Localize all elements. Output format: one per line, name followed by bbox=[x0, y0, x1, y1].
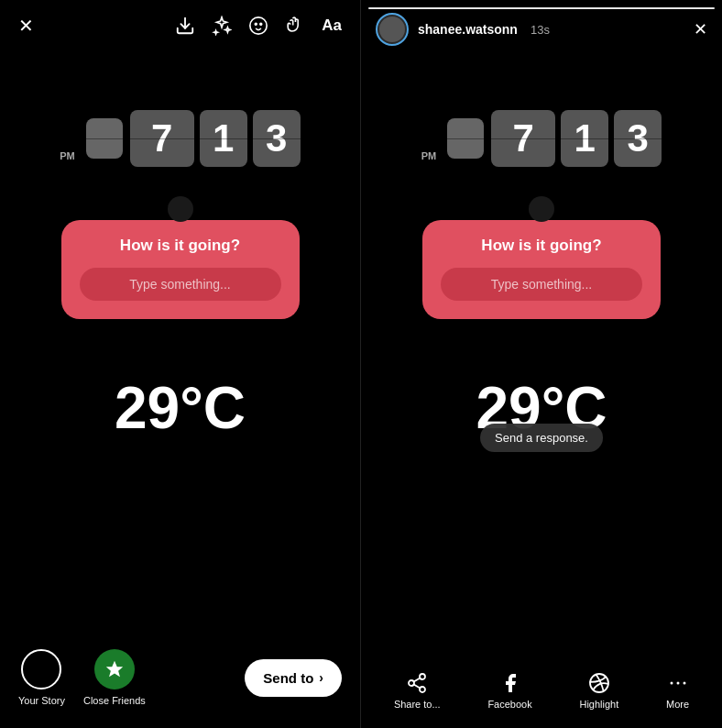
close-icon[interactable]: ✕ bbox=[18, 15, 34, 37]
clock-period: PM bbox=[60, 150, 75, 161]
your-story-label: Your Story bbox=[18, 695, 65, 706]
svg-point-12 bbox=[676, 682, 679, 685]
sticker-card: How is it going? Type something... bbox=[61, 220, 300, 319]
left-panel: ✕ bbox=[0, 0, 361, 728]
more-button[interactable]: More bbox=[666, 672, 689, 710]
facebook-label: Facebook bbox=[487, 699, 531, 710]
story-options: Your Story Close Friends bbox=[18, 649, 146, 706]
right-clock-min-tens: 1 bbox=[561, 110, 608, 167]
story-header: shanee.watsonn 13s ✕ bbox=[361, 0, 722, 55]
svg-point-1 bbox=[250, 17, 267, 34]
right-clock-period: PM bbox=[421, 150, 437, 161]
share-to-button[interactable]: Share to... bbox=[394, 672, 441, 710]
send-response-tooltip: Send a response. bbox=[480, 424, 603, 452]
sparkles-icon[interactable] bbox=[212, 16, 232, 36]
svg-marker-4 bbox=[106, 661, 123, 677]
question-sticker: How is it going? Type something... bbox=[61, 196, 300, 319]
toolbar-right: Aa bbox=[175, 16, 342, 36]
close-friends-option[interactable]: Close Friends bbox=[83, 649, 146, 706]
clock-small-pad bbox=[86, 118, 123, 159]
send-to-label: Send to bbox=[263, 670, 313, 686]
right-question-sticker: How is it going? Type something... bbox=[422, 196, 661, 319]
face-icon[interactable] bbox=[248, 16, 268, 36]
right-bottom-bar: Share to... Facebook Highlight bbox=[361, 661, 722, 728]
close-friends-label: Close Friends bbox=[83, 695, 146, 706]
right-clock-min-ones: 3 bbox=[614, 110, 662, 167]
gesture-icon[interactable] bbox=[285, 16, 305, 36]
avatar bbox=[379, 17, 405, 42]
send-to-button[interactable]: Send to › bbox=[245, 659, 342, 697]
facebook-icon bbox=[499, 672, 521, 694]
download-icon[interactable] bbox=[175, 16, 195, 36]
svg-point-2 bbox=[256, 23, 257, 25]
right-sticker-card: How is it going? Type something... bbox=[422, 220, 661, 319]
more-icon bbox=[667, 672, 689, 694]
text-tool-button[interactable]: Aa bbox=[322, 17, 342, 35]
your-story-option[interactable]: Your Story bbox=[18, 649, 65, 706]
svg-point-13 bbox=[683, 682, 685, 685]
svg-line-9 bbox=[414, 678, 421, 682]
sticker-question-text: How is it going? bbox=[120, 237, 240, 255]
right-sticker-question-text: How is it going? bbox=[481, 237, 601, 255]
clock: PM 7 1 3 bbox=[60, 110, 301, 167]
svg-line-8 bbox=[414, 685, 421, 689]
highlight-label: Highlight bbox=[579, 699, 618, 710]
right-clock-small-pad bbox=[447, 118, 484, 159]
clock-hour: 7 bbox=[130, 110, 194, 167]
send-to-chevron-icon: › bbox=[319, 670, 323, 685]
right-clock-hour: 7 bbox=[491, 110, 555, 167]
toolbar: ✕ bbox=[0, 0, 360, 46]
share-to-label: Share to... bbox=[394, 699, 441, 710]
story-close-icon[interactable]: ✕ bbox=[694, 19, 707, 39]
right-clock-digits: 7 1 3 bbox=[491, 110, 662, 167]
clock-min-ones: 3 bbox=[253, 110, 301, 167]
timestamp-label: 13s bbox=[531, 23, 550, 37]
username-label: shanee.watsonn bbox=[418, 22, 518, 37]
highlight-button[interactable]: Highlight bbox=[579, 672, 618, 710]
temperature-display: 29°C bbox=[115, 374, 246, 442]
bottom-bar: Your Story Close Friends Send to › bbox=[0, 634, 360, 728]
right-sticker-input-field[interactable]: Type something... bbox=[441, 268, 642, 301]
sticker-input-field[interactable]: Type something... bbox=[80, 268, 281, 301]
sticker-pin bbox=[168, 196, 193, 222]
more-label: More bbox=[666, 699, 689, 710]
svg-point-11 bbox=[670, 682, 673, 685]
your-story-circle bbox=[21, 649, 61, 689]
highlight-icon bbox=[588, 672, 610, 694]
right-panel: shanee.watsonn 13s ✕ PM 7 1 3 How is it … bbox=[361, 0, 722, 728]
right-sticker-pin bbox=[529, 196, 554, 222]
facebook-button[interactable]: Facebook bbox=[487, 672, 531, 710]
clock-digits: 7 1 3 bbox=[130, 110, 301, 167]
share-icon bbox=[406, 672, 428, 694]
avatar-ring bbox=[376, 13, 409, 46]
right-clock: PM 7 1 3 bbox=[421, 110, 662, 167]
svg-point-3 bbox=[260, 23, 262, 25]
clock-min-tens: 1 bbox=[200, 110, 247, 167]
close-friends-circle bbox=[94, 649, 135, 689]
